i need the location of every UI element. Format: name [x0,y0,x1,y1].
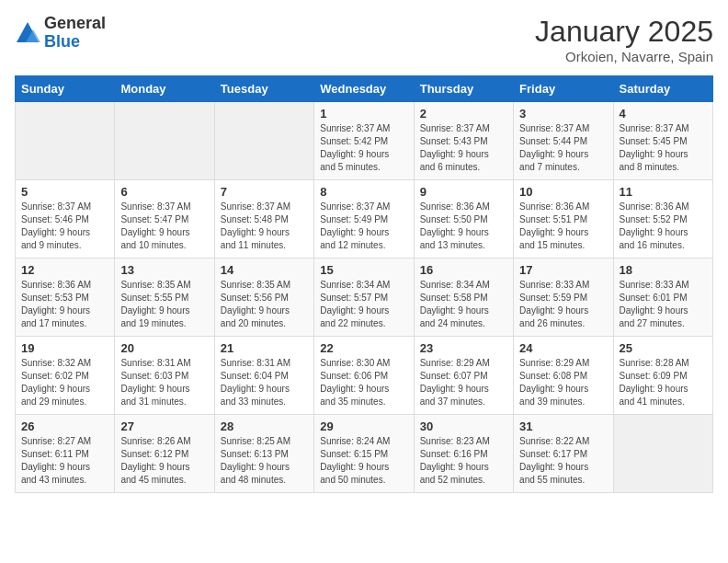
day-number: 24 [519,341,607,355]
calendar-week-4: 19Sunrise: 8:32 AM Sunset: 6:02 PM Dayli… [16,337,713,415]
calendar-cell: 18Sunrise: 8:33 AM Sunset: 6:01 PM Dayli… [613,259,712,337]
day-info: Sunrise: 8:33 AM Sunset: 5:59 PM Dayligh… [519,279,607,330]
day-info: Sunrise: 8:22 AM Sunset: 6:17 PM Dayligh… [519,435,607,487]
calendar-cell: 10Sunrise: 8:36 AM Sunset: 5:51 PM Dayli… [514,180,613,259]
calendar-cell [613,415,712,493]
header-tuesday: Tuesday [214,76,313,102]
day-number: 10 [519,185,607,199]
day-number: 14 [221,263,308,277]
page-header: General Blue January 2025 Orkoien, Navar… [15,15,713,64]
day-number: 8 [320,185,407,199]
day-info: Sunrise: 8:35 AM Sunset: 5:56 PM Dayligh… [221,279,308,330]
calendar-cell: 17Sunrise: 8:33 AM Sunset: 5:59 PM Dayli… [514,259,613,337]
day-info: Sunrise: 8:25 AM Sunset: 6:13 PM Dayligh… [221,435,308,487]
calendar-cell: 11Sunrise: 8:36 AM Sunset: 5:52 PM Dayli… [613,180,712,259]
day-number: 23 [420,341,507,355]
calendar-cell [214,102,313,180]
day-info: Sunrise: 8:30 AM Sunset: 6:06 PM Dayligh… [320,357,407,408]
day-info: Sunrise: 8:37 AM Sunset: 5:45 PM Dayligh… [620,122,707,174]
day-number: 3 [519,107,607,121]
calendar-cell: 22Sunrise: 8:30 AM Sunset: 6:06 PM Dayli… [314,337,414,415]
calendar-cell: 2Sunrise: 8:37 AM Sunset: 5:43 PM Daylig… [414,102,513,180]
day-info: Sunrise: 8:36 AM Sunset: 5:52 PM Dayligh… [620,201,707,252]
calendar-cell: 30Sunrise: 8:23 AM Sunset: 6:16 PM Dayli… [414,415,513,493]
header-friday: Friday [514,76,613,102]
day-number: 20 [120,341,208,355]
day-number: 18 [620,263,707,277]
logo-blue-text: Blue [44,33,106,52]
day-info: Sunrise: 8:32 AM Sunset: 6:02 PM Dayligh… [21,357,108,408]
calendar-cell: 19Sunrise: 8:32 AM Sunset: 6:02 PM Dayli… [16,337,115,415]
header-monday: Monday [115,76,214,102]
calendar-cell: 28Sunrise: 8:25 AM Sunset: 6:13 PM Dayli… [214,415,313,493]
day-number: 7 [221,185,308,199]
day-number: 31 [519,419,607,433]
calendar-cell: 29Sunrise: 8:24 AM Sunset: 6:15 PM Dayli… [314,415,414,493]
day-info: Sunrise: 8:34 AM Sunset: 5:58 PM Dayligh… [420,279,507,330]
day-number: 13 [120,263,208,277]
calendar-cell: 31Sunrise: 8:22 AM Sunset: 6:17 PM Dayli… [514,415,613,493]
calendar-cell: 21Sunrise: 8:31 AM Sunset: 6:04 PM Dayli… [214,337,313,415]
day-info: Sunrise: 8:37 AM Sunset: 5:44 PM Dayligh… [519,122,607,174]
calendar-cell: 16Sunrise: 8:34 AM Sunset: 5:58 PM Dayli… [414,259,513,337]
calendar-cell: 9Sunrise: 8:36 AM Sunset: 5:50 PM Daylig… [414,180,513,259]
day-number: 21 [221,341,308,355]
calendar-cell: 20Sunrise: 8:31 AM Sunset: 6:03 PM Dayli… [115,337,214,415]
day-number: 12 [21,263,108,277]
calendar-cell: 14Sunrise: 8:35 AM Sunset: 5:56 PM Dayli… [214,259,313,337]
location-subtitle: Orkoien, Navarre, Spain [535,49,713,64]
day-info: Sunrise: 8:24 AM Sunset: 6:15 PM Dayligh… [320,435,407,487]
calendar-cell: 13Sunrise: 8:35 AM Sunset: 5:55 PM Dayli… [115,259,214,337]
day-info: Sunrise: 8:23 AM Sunset: 6:16 PM Dayligh… [420,435,507,487]
calendar-cell [16,102,115,180]
calendar-cell: 15Sunrise: 8:34 AM Sunset: 5:57 PM Dayli… [314,259,414,337]
month-title: January 2025 [535,15,713,49]
day-info: Sunrise: 8:26 AM Sunset: 6:12 PM Dayligh… [120,435,208,487]
day-info: Sunrise: 8:34 AM Sunset: 5:57 PM Dayligh… [320,279,407,330]
day-info: Sunrise: 8:37 AM Sunset: 5:42 PM Dayligh… [320,122,407,174]
day-number: 9 [420,185,507,199]
calendar-cell [115,102,214,180]
calendar-week-5: 26Sunrise: 8:27 AM Sunset: 6:11 PM Dayli… [16,415,713,493]
day-info: Sunrise: 8:37 AM Sunset: 5:48 PM Dayligh… [221,201,308,252]
calendar-cell: 8Sunrise: 8:37 AM Sunset: 5:49 PM Daylig… [314,180,414,259]
calendar-cell: 3Sunrise: 8:37 AM Sunset: 5:44 PM Daylig… [514,102,613,180]
day-number: 30 [420,419,507,433]
day-number: 2 [420,107,507,121]
title-block: January 2025 Orkoien, Navarre, Spain [535,15,713,64]
day-number: 19 [21,341,108,355]
day-info: Sunrise: 8:37 AM Sunset: 5:47 PM Dayligh… [120,201,208,252]
day-number: 22 [320,341,407,355]
calendar-cell: 1Sunrise: 8:37 AM Sunset: 5:42 PM Daylig… [314,102,414,180]
day-info: Sunrise: 8:36 AM Sunset: 5:53 PM Dayligh… [21,279,108,330]
day-info: Sunrise: 8:29 AM Sunset: 6:07 PM Dayligh… [420,357,507,408]
header-sunday: Sunday [16,76,115,102]
calendar-cell: 7Sunrise: 8:37 AM Sunset: 5:48 PM Daylig… [214,180,313,259]
calendar-cell: 23Sunrise: 8:29 AM Sunset: 6:07 PM Dayli… [414,337,513,415]
calendar-table: SundayMondayTuesdayWednesdayThursdayFrid… [15,75,713,493]
calendar-week-3: 12Sunrise: 8:36 AM Sunset: 5:53 PM Dayli… [16,259,713,337]
calendar-week-1: 1Sunrise: 8:37 AM Sunset: 5:42 PM Daylig… [16,102,713,180]
logo-general: General [44,15,106,33]
calendar-cell: 5Sunrise: 8:37 AM Sunset: 5:46 PM Daylig… [16,180,115,259]
day-info: Sunrise: 8:36 AM Sunset: 5:50 PM Dayligh… [420,201,507,252]
day-number: 6 [120,185,208,199]
day-number: 29 [320,419,407,433]
calendar-cell: 26Sunrise: 8:27 AM Sunset: 6:11 PM Dayli… [16,415,115,493]
calendar-header-row: SundayMondayTuesdayWednesdayThursdayFrid… [16,76,713,102]
day-number: 1 [320,107,407,121]
day-info: Sunrise: 8:35 AM Sunset: 5:55 PM Dayligh… [120,279,208,330]
calendar-cell: 6Sunrise: 8:37 AM Sunset: 5:47 PM Daylig… [115,180,214,259]
day-info: Sunrise: 8:36 AM Sunset: 5:51 PM Dayligh… [519,201,607,252]
day-info: Sunrise: 8:28 AM Sunset: 6:09 PM Dayligh… [620,357,707,408]
day-info: Sunrise: 8:37 AM Sunset: 5:43 PM Dayligh… [420,122,507,174]
day-info: Sunrise: 8:37 AM Sunset: 5:49 PM Dayligh… [320,201,407,252]
day-number: 17 [519,263,607,277]
day-number: 26 [21,419,108,433]
calendar-cell: 24Sunrise: 8:29 AM Sunset: 6:08 PM Dayli… [514,337,613,415]
calendar-cell: 12Sunrise: 8:36 AM Sunset: 5:53 PM Dayli… [16,259,115,337]
day-number: 4 [620,107,707,121]
day-number: 27 [120,419,208,433]
header-wednesday: Wednesday [314,76,414,102]
header-saturday: Saturday [613,76,712,102]
